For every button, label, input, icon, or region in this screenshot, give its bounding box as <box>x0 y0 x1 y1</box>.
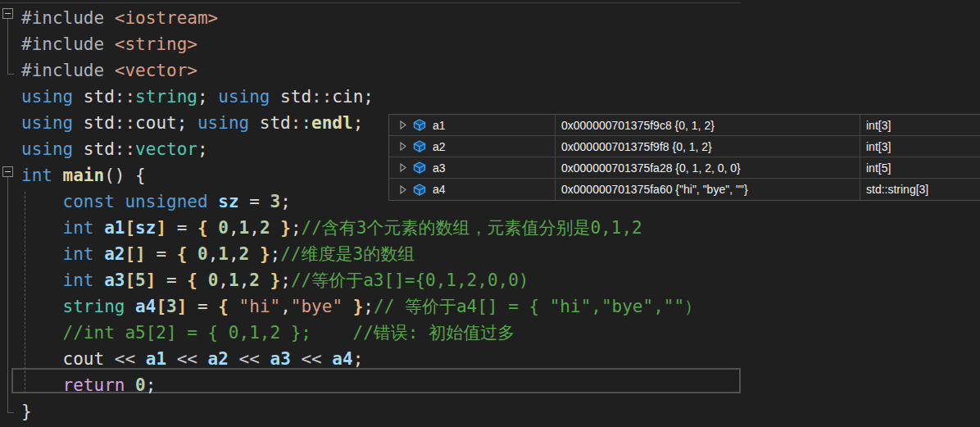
code-line-11[interactable]: int a3[5] = { 0,1,2 };//等价于a3[]={0,1,2,0… <box>0 267 701 293</box>
token-type: string <box>63 297 136 316</box>
token-pun: = <box>146 244 177 264</box>
code-line-2[interactable]: #include <string> <box>0 31 701 57</box>
watch-row-a3[interactable]: a30x000000701375fa28 {0, 1, 2, 0, 0}int[… <box>389 157 980 179</box>
variable-type: int[3] <box>860 115 980 135</box>
token-pun: ; <box>291 218 302 238</box>
variable-type: int[5] <box>860 157 980 178</box>
token-num: 1 <box>229 270 239 290</box>
token-num: 5 <box>135 270 146 290</box>
variable-name: a4 <box>433 183 446 196</box>
token-pun: std <box>73 113 115 133</box>
fold-toggle-main[interactable] <box>2 166 13 177</box>
watch-row-a1[interactable]: a10x000000701375f9c8 {0, 1, 2}int[3] <box>389 115 980 136</box>
token-num: 0 <box>208 270 219 290</box>
token-brk: } <box>249 244 270 264</box>
code-line-12[interactable]: string a4[3] = { "hi","bye" };// 等价于a4[]… <box>0 293 701 320</box>
token-kw: using <box>21 87 73 107</box>
token-kw: const unsigned <box>63 192 219 211</box>
variable-box-icon <box>412 118 427 132</box>
token-num: 1 <box>239 218 250 238</box>
variable-name-cell[interactable]: a1 <box>389 115 556 135</box>
code-line-3[interactable]: #include <vector> <box>0 57 701 84</box>
code-line-16[interactable]: } <box>0 398 701 425</box>
variable-box-icon <box>412 139 427 153</box>
token-pun: std <box>270 87 311 107</box>
token-pun: ; <box>280 270 291 290</box>
token-kw: int <box>63 218 105 238</box>
code-line-10[interactable]: int a2[] = { 0,1,2 };//维度是3的数组 <box>0 241 701 267</box>
token-pun: cout <box>135 113 177 133</box>
token-pun: ; <box>270 244 281 264</box>
token-brk: { <box>177 244 197 264</box>
fold-toggle-includes[interactable] <box>2 8 13 19</box>
token-op: :: <box>311 87 332 107</box>
code-line-4[interactable]: using std::string; using std::cin; <box>0 84 701 110</box>
token-kw: using <box>218 87 270 107</box>
variable-name-cell[interactable]: a4 <box>389 179 556 200</box>
token-pun <box>21 270 63 290</box>
token-str: <string> <box>115 34 197 54</box>
variable-name: a2 <box>433 140 446 153</box>
token-pun <box>21 244 63 264</box>
token-brk: } <box>270 218 291 238</box>
token-pun: () { <box>104 166 146 185</box>
token-var: a2 <box>208 349 229 369</box>
token-brk: ] <box>177 297 188 316</box>
token-pun: ; <box>197 139 208 159</box>
token-var: a2 <box>104 244 125 264</box>
expand-arrow-icon[interactable] <box>400 142 406 151</box>
token-kw: using <box>21 113 73 133</box>
variable-name: a3 <box>433 161 446 175</box>
token-pun: , <box>249 218 260 238</box>
token-op: << <box>229 349 270 369</box>
token-pun: std <box>249 113 291 133</box>
token-pun: ; <box>280 192 291 211</box>
token-pun: ; <box>197 87 218 107</box>
token-pun: , <box>280 297 291 316</box>
token-brk: { <box>187 270 207 290</box>
expand-arrow-icon[interactable] <box>400 163 406 172</box>
token-var: a4 <box>135 297 156 316</box>
variable-value: 0x000000701375fa60 {"hi", "bye", ""} <box>556 179 860 200</box>
token-pun: ; <box>146 375 157 395</box>
code-line-15[interactable]: return 0; <box>0 372 701 398</box>
expand-arrow-icon[interactable] <box>400 185 406 194</box>
watch-row-a2[interactable]: a20x000000701375f9f8 {0, 1, 2}int[3] <box>389 136 980 157</box>
token-brk: ] <box>146 270 157 290</box>
token-brk: { <box>218 297 238 316</box>
token-var: a3 <box>104 270 125 290</box>
token-pun: , <box>229 218 239 238</box>
token-brk: [] <box>125 244 145 264</box>
variable-box-icon <box>412 161 427 175</box>
token-com: //int a5[2] = { 0,1,2 }; //错误: 初始值过多 <box>63 323 515 343</box>
token-op: :: <box>115 139 135 159</box>
expand-arrow-icon[interactable] <box>400 120 406 129</box>
token-num: 1 <box>218 244 229 264</box>
variable-name-cell[interactable]: a3 <box>389 157 556 178</box>
variable-value: 0x000000701375f9f8 {0, 1, 2} <box>556 136 860 157</box>
token-pun: , <box>208 244 219 264</box>
token-ctl: return <box>63 375 136 395</box>
token-pun: cout <box>21 349 104 369</box>
watch-datatip: a10x000000701375f9c8 {0, 1, 2}int[3]a20x… <box>388 114 980 201</box>
token-var: sz <box>218 192 238 211</box>
code-line-13[interactable]: //int a5[2] = { 0,1,2 }; //错误: 初始值过多 <box>0 320 701 346</box>
code-line-9[interactable]: int a1[sz] = { 0,1,2 };//含有3个元素的数组，元素值分别… <box>0 215 701 241</box>
code-area[interactable]: #include <iostream>#include <string>#inc… <box>0 5 701 425</box>
token-num: 2 <box>239 244 250 264</box>
code-line-14[interactable]: cout << a1 << a2 << a3 << a4; <box>0 346 701 372</box>
token-pun: ; <box>363 297 374 316</box>
token-pun: = <box>187 297 218 316</box>
token-op: :: <box>115 87 135 107</box>
token-kw: int <box>63 244 105 264</box>
token-brk: { <box>197 218 218 238</box>
variable-box-icon <box>412 183 427 197</box>
variable-name-cell[interactable]: a2 <box>389 136 556 157</box>
code-line-1[interactable]: #include <iostream> <box>0 5 701 31</box>
token-num: 0 <box>218 218 229 238</box>
watch-row-a4[interactable]: a40x000000701375fa60 {"hi", "bye", ""}st… <box>389 179 980 200</box>
token-pun: , <box>218 270 229 290</box>
token-brk: [ <box>156 297 166 316</box>
token-com: //含有3个元素的数组，元素值分别是0,1,2 <box>302 218 642 238</box>
token-op: << <box>166 349 208 369</box>
